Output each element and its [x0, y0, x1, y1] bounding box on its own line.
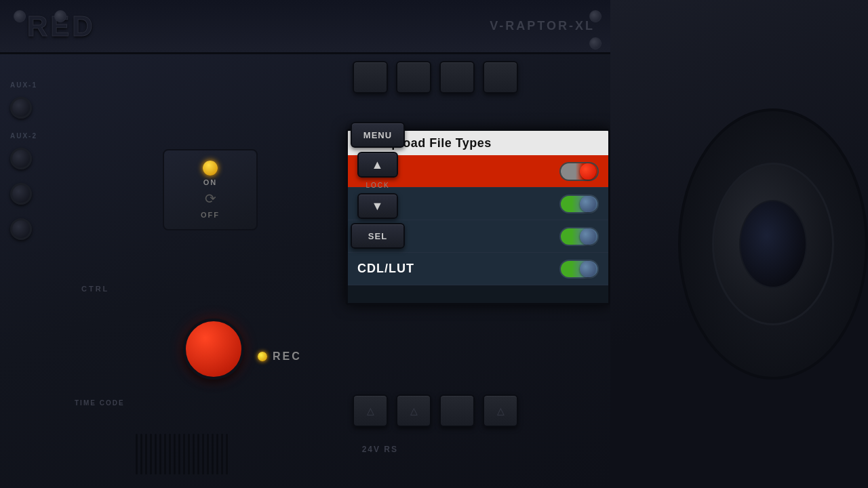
sel-button[interactable]: SEL: [351, 223, 405, 249]
bottom-btn-2-icon: △: [410, 405, 418, 416]
menu-row-cdllut[interactable]: CDL/LUT: [348, 253, 608, 285]
vent-13: [193, 434, 195, 474]
cdllut-toggle[interactable]: [559, 260, 599, 279]
r3d-toggle-knob: [580, 163, 596, 180]
menu-button[interactable]: MENU: [351, 122, 405, 148]
ctrl-label: CTRL: [81, 285, 109, 293]
left-connectors: AUX-1 AUX-2: [10, 81, 37, 240]
vent-11: [183, 434, 185, 474]
wav-toggle-knob: [580, 228, 596, 245]
rec-dot-light: [258, 352, 267, 361]
camera-lens: [678, 108, 868, 380]
camera-body: RED V-RAPTOR-XL 🔊 ON ⟳ OFF: [0, 0, 624, 488]
camera-scene: RED V-RAPTOR-XL 🔊 ON ⟳ OFF: [0, 0, 868, 488]
voltage-label: 24V RS: [362, 445, 398, 454]
down-button[interactable]: ▼: [357, 193, 398, 219]
bottom-btn-1[interactable]: △: [353, 394, 388, 427]
bottom-buttons-row: △ △ △: [353, 394, 518, 427]
connector-3: [10, 183, 32, 205]
rec-button[interactable]: [183, 319, 244, 380]
top-btn-4[interactable]: [483, 61, 518, 94]
screw-tl: [14, 10, 26, 22]
vent-9: [174, 434, 176, 474]
vent-5: [155, 434, 157, 474]
bottom-btn-4[interactable]: △: [483, 394, 518, 427]
up-arrow-icon: ▲: [372, 158, 384, 172]
camera-model: V-RAPTOR-XL: [490, 19, 595, 33]
mov-toggle[interactable]: [559, 195, 599, 214]
top-buttons-row: [353, 61, 518, 94]
lens-core: [739, 200, 807, 288]
bottom-btn-4-icon: △: [497, 405, 505, 416]
sel-label: SEL: [368, 231, 387, 241]
connector-4: [10, 218, 32, 240]
vent-15: [202, 434, 204, 474]
aux1-connector: [10, 97, 32, 119]
up-button[interactable]: ▲: [357, 152, 398, 178]
vent-6: [159, 434, 161, 474]
bottom-btn-2[interactable]: △: [396, 394, 431, 427]
toggle-arrows-icon: ⟳: [205, 190, 216, 207]
top-bar: RED V-RAPTOR-XL: [0, 0, 622, 54]
menu-label: MENU: [363, 130, 392, 140]
vent-2: [140, 434, 142, 474]
onoff-switch[interactable]: ON ⟳ OFF: [163, 149, 258, 230]
vent-7: [164, 434, 166, 474]
vent-18: [216, 434, 218, 474]
vent-19: [221, 434, 223, 474]
vent-10: [178, 434, 180, 474]
vent-14: [197, 434, 199, 474]
timecode-label: TIME CODE: [75, 399, 125, 407]
down-arrow-icon: ▼: [372, 199, 384, 214]
vent-17: [212, 434, 214, 474]
screw-tr2: [54, 10, 66, 22]
cdllut-label: CDL/LUT: [357, 262, 414, 276]
on-label: ON: [203, 178, 218, 186]
r3d-toggle[interactable]: [559, 162, 599, 181]
screen-bottom-bar: [348, 285, 608, 303]
on-indicator-light: [203, 161, 218, 176]
aux2-connector: [10, 148, 32, 169]
screw-tr3: [589, 37, 601, 49]
aux2-group: AUX-2: [10, 132, 37, 169]
top-btn-1[interactable]: [353, 61, 388, 94]
bottom-btn-3[interactable]: [439, 394, 475, 427]
vent-1: [136, 434, 138, 474]
off-label: OFF: [201, 211, 220, 219]
vent-20: [226, 434, 228, 474]
top-btn-2[interactable]: [396, 61, 431, 94]
vent-3: [145, 434, 147, 474]
cdllut-toggle-knob: [580, 261, 596, 277]
top-btn-3[interactable]: [439, 61, 475, 94]
vent-4: [150, 434, 152, 474]
camera-right-body: [610, 0, 868, 488]
aux1-group: AUX-1: [10, 81, 37, 119]
aux1-label: AUX-1: [10, 81, 37, 89]
bottom-btn-1-icon: △: [367, 405, 374, 416]
vent-grille: [136, 434, 326, 474]
aux2-label: AUX-2: [10, 132, 37, 140]
vent-8: [169, 434, 171, 474]
wav-toggle[interactable]: [559, 227, 599, 246]
rec-text: REC: [273, 350, 302, 363]
vent-16: [207, 434, 209, 474]
vent-12: [188, 434, 190, 474]
lens-inner: [712, 163, 834, 325]
mov-toggle-knob: [580, 196, 596, 212]
right-controls: MENU ▲ LOCK ▼ SEL: [351, 122, 405, 249]
screw-tr: [589, 10, 601, 22]
rec-indicator: REC: [258, 350, 302, 363]
lock-label: LOCK: [366, 182, 389, 189]
